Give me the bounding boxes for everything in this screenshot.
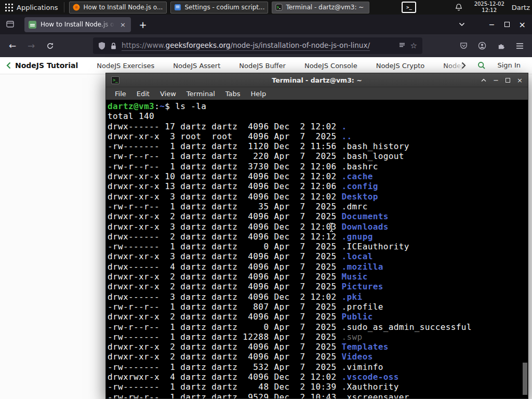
terminal-window: Terminal - dartz@vm3: ~ >_ − × File Edit… bbox=[105, 73, 528, 399]
applications-menu-button[interactable]: Applications bbox=[0, 0, 63, 15]
terminal-line: drwxr-xr-x 2 dartz dartz 4096 Apr 7 2025… bbox=[108, 312, 528, 322]
directory-name: .local bbox=[342, 251, 373, 261]
site-nav-left-chevron-icon[interactable] bbox=[6, 62, 11, 69]
terminal-line: -rw------- 1 dartz dartz 12288 Apr 7 202… bbox=[108, 332, 528, 342]
site-nav-item[interactable]: NodeJS Buffer bbox=[239, 62, 286, 70]
reader-view-icon[interactable] bbox=[398, 42, 406, 49]
terminal-titlebar[interactable]: Terminal - dartz@vm3: ~ >_ − × bbox=[106, 73, 528, 87]
terminal-scrollbar-thumb[interactable] bbox=[523, 363, 527, 395]
prompt-path: ~ bbox=[159, 101, 165, 111]
applications-grid-icon bbox=[5, 4, 13, 11]
terminal-line: drwxr-xr-x 2 dartz dartz 4096 Apr 7 2025… bbox=[108, 352, 528, 362]
command-text: ls -la bbox=[175, 101, 206, 111]
directory-name: .cache bbox=[342, 171, 373, 181]
terminal-menubar: File Edit View Terminal Tabs Help bbox=[106, 87, 528, 100]
directory-name: .gnupg bbox=[342, 232, 373, 242]
prompt-dollar: $ bbox=[165, 101, 175, 111]
terminal-content[interactable]: dartz@vm3:~$ ls -la total 140 drwx------… bbox=[106, 100, 528, 398]
terminal-shade-chevron-icon[interactable] bbox=[481, 78, 486, 82]
site-nav-item[interactable]: NodeJS Assert bbox=[173, 62, 220, 70]
directory-name: .pki bbox=[342, 292, 363, 302]
taskbar-button-settings[interactable]: Settings - codium script... bbox=[170, 2, 268, 14]
site-nav-brand[interactable]: NodeJS Tutorial bbox=[15, 61, 78, 70]
terminal-line: -rw------- 1 dartz dartz 0 Apr 7 2025 .I… bbox=[108, 242, 528, 251]
menu-view[interactable]: View bbox=[156, 89, 180, 99]
terminal-line: drwx------ 17 dartz dartz 4096 Dec 2 12:… bbox=[108, 122, 528, 131]
terminal-line: -rw------- 1 dartz dartz 532 Apr 7 2025 … bbox=[108, 362, 528, 372]
menu-help[interactable]: Help bbox=[247, 89, 270, 99]
clock-date: 2025-12-02 bbox=[474, 1, 504, 7]
taskbar-label: Settings - codium script... bbox=[184, 4, 264, 11]
site-nav-right-chevron-icon[interactable] bbox=[461, 62, 466, 69]
tab-favicon bbox=[29, 21, 36, 29]
account-icon[interactable] bbox=[474, 38, 490, 54]
panel-clock[interactable]: 2025-12-02 12:12 bbox=[474, 1, 504, 14]
browser-close-button[interactable]: × bbox=[519, 20, 526, 30]
url-text: https://www.geeksforgeeks.org/node-js/in… bbox=[122, 41, 394, 51]
file-name: .Xauthority bbox=[342, 382, 399, 392]
terminal-line: drwxr-xr-x 2 dartz dartz 4096 Apr 7 2025… bbox=[108, 342, 528, 352]
back-button[interactable]: ← bbox=[5, 38, 20, 54]
tab-close-icon[interactable]: × bbox=[119, 21, 127, 29]
terminal-close-button[interactable]: × bbox=[517, 76, 523, 84]
site-nav-item[interactable]: NodeJS Console bbox=[304, 62, 357, 70]
applications-label: Applications bbox=[17, 4, 58, 11]
tracking-shield-icon[interactable] bbox=[98, 42, 105, 50]
terminal-icon bbox=[275, 4, 283, 11]
site-nav-item[interactable]: NodeJS Crypto bbox=[376, 62, 425, 70]
sign-in-button[interactable]: Sign In bbox=[497, 61, 521, 69]
browser-tab[interactable]: How to Install Node.js on × bbox=[24, 17, 131, 32]
new-tab-button[interactable]: + bbox=[136, 19, 150, 30]
search-icon[interactable] bbox=[477, 61, 486, 70]
extensions-puzzle-icon[interactable] bbox=[493, 38, 509, 54]
terminal-line: -rw------- 1 dartz dartz 48 Dec 2 10:39 … bbox=[108, 382, 528, 392]
terminal-line: drwx------ 2 dartz dartz 4096 Dec 2 12:1… bbox=[108, 232, 528, 242]
directory-name: Downloads bbox=[342, 222, 389, 232]
site-nav-item[interactable]: NodeJS Exercises bbox=[97, 62, 154, 70]
url-domain: geeksforgeeks.org bbox=[166, 41, 231, 49]
browser-maximize-button[interactable] bbox=[504, 22, 510, 27]
site-navigation: NodeJS Tutorial NodeJS Exercises NodeJS … bbox=[0, 57, 532, 74]
tab-title: How to Install Node.js on bbox=[41, 21, 115, 28]
bookmark-star-icon[interactable]: ☆ bbox=[410, 41, 417, 50]
reload-button[interactable] bbox=[42, 38, 58, 54]
top-panel: Applications How to Install Node.js o...… bbox=[0, 0, 532, 15]
terminal-minimize-button[interactable]: − bbox=[493, 76, 499, 84]
taskbar-button-firefox[interactable]: How to Install Node.js o... bbox=[69, 2, 167, 14]
url-bar[interactable]: https://www.geeksforgeeks.org/node-js/in… bbox=[93, 37, 422, 54]
terminal-line: -rw-r--r-- 1 dartz dartz 35 Apr 7 2025 .… bbox=[108, 202, 528, 211]
terminal-line: -rw-rw-r-- 1 dartz dartz 9529 Dec 2 10:4… bbox=[108, 392, 528, 398]
clock-time: 12:12 bbox=[474, 7, 504, 14]
menu-tabs[interactable]: Tabs bbox=[222, 89, 244, 99]
terminal-total-line: total 140 bbox=[108, 111, 528, 121]
tab-bar: How to Install Node.js on × + − × bbox=[0, 15, 532, 34]
terminal-title: Terminal - dartz@vm3: ~ bbox=[106, 76, 528, 84]
terminal-window-controls: − × bbox=[481, 76, 523, 84]
forward-button[interactable]: → bbox=[23, 38, 39, 54]
lock-icon[interactable] bbox=[110, 42, 117, 50]
terminal-maximize-button[interactable] bbox=[506, 78, 510, 83]
prompt-user-host: dartz@vm3 bbox=[108, 101, 154, 111]
desktop: Applications How to Install Node.js o...… bbox=[0, 0, 532, 399]
menu-hamburger-icon[interactable] bbox=[512, 38, 527, 54]
tray-terminal-icon[interactable]: >_ bbox=[402, 2, 416, 13]
notifications-bell-icon[interactable] bbox=[455, 3, 463, 11]
list-tabs-chevron-icon[interactable] bbox=[459, 22, 465, 26]
panel-username[interactable]: Dartz bbox=[512, 4, 530, 11]
file-name: .sudo_as_admin_successful bbox=[342, 322, 472, 332]
firefox-view-icon[interactable] bbox=[6, 21, 15, 29]
terminal-line: drwxr-xr-x 3 root root 4096 Apr 7 2025 .… bbox=[108, 131, 528, 141]
menu-edit[interactable]: Edit bbox=[133, 89, 153, 99]
menu-file[interactable]: File bbox=[111, 89, 130, 99]
pocket-icon[interactable] bbox=[456, 38, 471, 54]
menu-terminal[interactable]: Terminal bbox=[183, 89, 219, 99]
file-name: .viminfo bbox=[342, 362, 383, 372]
terminal-line: drwxr-xr-x 2 dartz dartz 4096 Apr 7 2025… bbox=[108, 211, 528, 221]
file-name: .dmrc bbox=[342, 202, 368, 211]
browser-minimize-button[interactable]: − bbox=[489, 20, 495, 29]
panel-separator bbox=[64, 2, 64, 12]
terminal-line: drwxr-xr-x 10 dartz dartz 4096 Dec 2 12:… bbox=[108, 171, 528, 181]
terminal-line: drwx------ 4 dartz dartz 4096 Apr 7 2025… bbox=[108, 262, 528, 272]
taskbar-button-terminal[interactable]: Terminal - dartz@vm3: ~ bbox=[272, 2, 369, 14]
terminal-line: -rw-r--r-- 1 dartz dartz 220 Apr 7 2025 … bbox=[108, 151, 528, 161]
